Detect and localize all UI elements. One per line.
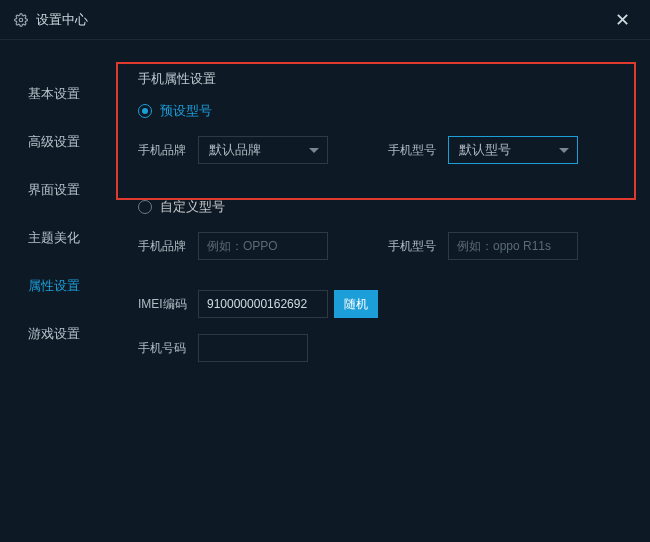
chevron-down-icon (559, 148, 569, 153)
model-input[interactable] (448, 232, 578, 260)
sidebar-item-property[interactable]: 属性设置 (0, 262, 108, 310)
gear-icon (14, 13, 28, 27)
model-select-value: 默认型号 (459, 141, 511, 159)
imei-input[interactable] (198, 290, 328, 318)
random-button[interactable]: 随机 (334, 290, 378, 318)
section-heading: 手机属性设置 (138, 70, 630, 88)
sidebar-item-basic[interactable]: 基本设置 (0, 70, 108, 118)
brand-input[interactable] (198, 232, 328, 260)
sidebar-item-theme[interactable]: 主题美化 (0, 214, 108, 262)
custom-radio[interactable]: 自定义型号 (138, 198, 630, 216)
brand-select-value: 默认品牌 (209, 141, 261, 159)
preset-radio[interactable]: 预设型号 (138, 102, 630, 120)
imei-label: IMEI编码 (138, 296, 198, 313)
phoneno-input[interactable] (198, 334, 308, 362)
brand-label: 手机品牌 (138, 142, 198, 159)
model-select[interactable]: 默认型号 (448, 136, 578, 164)
close-icon[interactable]: ✕ (609, 5, 636, 35)
chevron-down-icon (309, 148, 319, 153)
sidebar-item-advanced[interactable]: 高级设置 (0, 118, 108, 166)
sidebar-item-ui[interactable]: 界面设置 (0, 166, 108, 214)
model-label-2: 手机型号 (388, 238, 448, 255)
content-panel: 手机属性设置 预设型号 手机品牌 默认品牌 手机型号 默认型号 (108, 40, 650, 542)
sidebar: 基本设置 高级设置 界面设置 主题美化 属性设置 游戏设置 (0, 40, 108, 542)
model-label: 手机型号 (388, 142, 448, 159)
custom-radio-label: 自定义型号 (160, 198, 225, 216)
window-title: 设置中心 (36, 11, 88, 29)
titlebar: 设置中心 ✕ (0, 0, 650, 40)
preset-radio-label: 预设型号 (160, 102, 212, 120)
svg-point-0 (19, 18, 23, 22)
brand-label-2: 手机品牌 (138, 238, 198, 255)
radio-icon (138, 104, 152, 118)
sidebar-item-game[interactable]: 游戏设置 (0, 310, 108, 358)
radio-icon (138, 200, 152, 214)
phoneno-label: 手机号码 (138, 340, 198, 357)
brand-select[interactable]: 默认品牌 (198, 136, 328, 164)
